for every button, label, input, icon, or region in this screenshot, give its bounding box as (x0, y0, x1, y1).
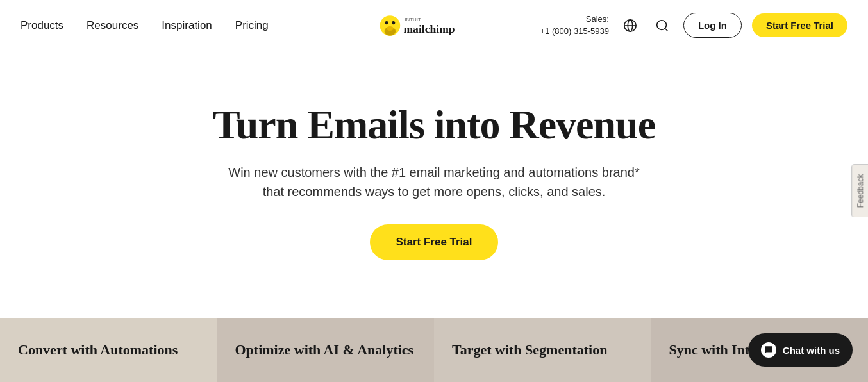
svg-point-10 (657, 20, 667, 29)
globe-icon (623, 19, 637, 33)
feature-card-automations[interactable]: Convert with Automations (0, 318, 217, 382)
chat-widget[interactable]: Chat with us (748, 333, 853, 367)
svg-point-3 (392, 21, 395, 24)
search-button[interactable] (651, 15, 673, 37)
chat-icon (764, 345, 773, 354)
mailchimp-logo-svg: INTUIT mailchimp (378, 12, 490, 40)
features-section: Convert with Automations Optimize with A… (0, 318, 868, 382)
chat-label: Chat with us (783, 345, 840, 356)
svg-point-4 (387, 26, 394, 30)
sales-info: Sales: +1 (800) 315-5939 (540, 13, 609, 37)
sales-phone: +1 (800) 315-5939 (540, 26, 609, 37)
hero-start-trial-button[interactable]: Start Free Trial (370, 224, 497, 260)
feature-card-segmentation[interactable]: Target with Segmentation (434, 318, 651, 382)
nav-start-trial-button[interactable]: Start Free Trial (752, 13, 847, 37)
feature-title-ai-analytics: Optimize with AI & Analytics (235, 341, 417, 360)
hero-title: Turn Emails into Revenue (213, 103, 655, 147)
logo[interactable]: INTUIT mailchimp (378, 12, 490, 40)
sales-label: Sales: (540, 13, 609, 25)
svg-text:mailchimp: mailchimp (403, 22, 455, 35)
svg-point-2 (385, 21, 388, 24)
svg-line-11 (665, 28, 667, 31)
nav-link-products[interactable]: Products (21, 19, 63, 32)
feature-card-ai-analytics[interactable]: Optimize with AI & Analytics (217, 318, 435, 382)
nav-link-resources[interactable]: Resources (87, 19, 138, 32)
search-icon (655, 19, 669, 33)
hero-subtitle: Win new customers with the #1 email mark… (228, 163, 639, 201)
login-button[interactable]: Log In (683, 13, 742, 38)
feature-title-segmentation: Target with Segmentation (452, 341, 633, 360)
nav-link-pricing[interactable]: Pricing (235, 19, 269, 32)
chat-bubble-icon (761, 342, 776, 358)
globe-button[interactable] (619, 15, 641, 37)
nav-right: Sales: +1 (800) 315-5939 Log In Start Fr… (540, 13, 847, 38)
feedback-tab[interactable]: Feedback (852, 165, 868, 218)
svg-text:INTUIT: INTUIT (405, 16, 421, 22)
feature-title-automations: Convert with Automations (18, 341, 199, 360)
nav-left: Products Resources Inspiration Pricing (21, 19, 269, 32)
navbar: Products Resources Inspiration Pricing I… (0, 0, 868, 51)
feedback-label: Feedback (856, 174, 865, 208)
hero-section: Turn Emails into Revenue Win new custome… (0, 51, 868, 318)
nav-link-inspiration[interactable]: Inspiration (162, 19, 212, 32)
